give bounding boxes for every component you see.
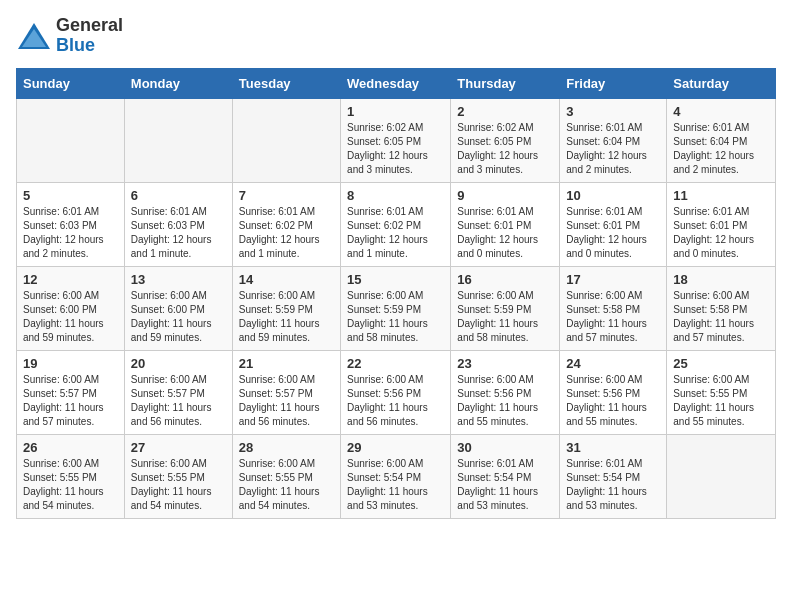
- day-number: 28: [239, 440, 334, 455]
- day-number: 13: [131, 272, 226, 287]
- day-info: Sunrise: 6:02 AM Sunset: 6:05 PM Dayligh…: [347, 121, 444, 177]
- calendar-week-row: 5Sunrise: 6:01 AM Sunset: 6:03 PM Daylig…: [17, 182, 776, 266]
- calendar-day-header: Wednesday: [341, 68, 451, 98]
- day-number: 2: [457, 104, 553, 119]
- calendar-cell: 17Sunrise: 6:00 AM Sunset: 5:58 PM Dayli…: [560, 266, 667, 350]
- day-number: 22: [347, 356, 444, 371]
- logo-text: General Blue: [56, 16, 123, 56]
- day-info: Sunrise: 6:00 AM Sunset: 5:58 PM Dayligh…: [673, 289, 769, 345]
- calendar-cell: 8Sunrise: 6:01 AM Sunset: 6:02 PM Daylig…: [341, 182, 451, 266]
- calendar-cell: 18Sunrise: 6:00 AM Sunset: 5:58 PM Dayli…: [667, 266, 776, 350]
- calendar-day-header: Thursday: [451, 68, 560, 98]
- calendar-cell: 13Sunrise: 6:00 AM Sunset: 6:00 PM Dayli…: [124, 266, 232, 350]
- day-number: 14: [239, 272, 334, 287]
- calendar-cell: 3Sunrise: 6:01 AM Sunset: 6:04 PM Daylig…: [560, 98, 667, 182]
- calendar-cell: 16Sunrise: 6:00 AM Sunset: 5:59 PM Dayli…: [451, 266, 560, 350]
- calendar-table: SundayMondayTuesdayWednesdayThursdayFrid…: [16, 68, 776, 519]
- calendar-cell: 6Sunrise: 6:01 AM Sunset: 6:03 PM Daylig…: [124, 182, 232, 266]
- day-info: Sunrise: 6:00 AM Sunset: 5:57 PM Dayligh…: [131, 373, 226, 429]
- day-info: Sunrise: 6:00 AM Sunset: 5:59 PM Dayligh…: [457, 289, 553, 345]
- calendar-cell: 9Sunrise: 6:01 AM Sunset: 6:01 PM Daylig…: [451, 182, 560, 266]
- calendar-cell: 30Sunrise: 6:01 AM Sunset: 5:54 PM Dayli…: [451, 434, 560, 518]
- calendar-day-header: Monday: [124, 68, 232, 98]
- day-info: Sunrise: 6:00 AM Sunset: 5:58 PM Dayligh…: [566, 289, 660, 345]
- calendar-cell: 22Sunrise: 6:00 AM Sunset: 5:56 PM Dayli…: [341, 350, 451, 434]
- day-info: Sunrise: 6:00 AM Sunset: 5:55 PM Dayligh…: [131, 457, 226, 513]
- day-number: 5: [23, 188, 118, 203]
- calendar-cell: [232, 98, 340, 182]
- day-number: 23: [457, 356, 553, 371]
- day-info: Sunrise: 6:00 AM Sunset: 6:00 PM Dayligh…: [23, 289, 118, 345]
- day-info: Sunrise: 6:00 AM Sunset: 5:57 PM Dayligh…: [239, 373, 334, 429]
- day-info: Sunrise: 6:00 AM Sunset: 5:59 PM Dayligh…: [347, 289, 444, 345]
- day-number: 27: [131, 440, 226, 455]
- logo-blue: Blue: [56, 35, 95, 55]
- day-info: Sunrise: 6:00 AM Sunset: 5:55 PM Dayligh…: [673, 373, 769, 429]
- day-info: Sunrise: 6:01 AM Sunset: 6:02 PM Dayligh…: [347, 205, 444, 261]
- calendar-cell: 31Sunrise: 6:01 AM Sunset: 5:54 PM Dayli…: [560, 434, 667, 518]
- calendar-day-header: Friday: [560, 68, 667, 98]
- calendar-cell: 1Sunrise: 6:02 AM Sunset: 6:05 PM Daylig…: [341, 98, 451, 182]
- day-info: Sunrise: 6:00 AM Sunset: 6:00 PM Dayligh…: [131, 289, 226, 345]
- day-number: 17: [566, 272, 660, 287]
- day-number: 24: [566, 356, 660, 371]
- day-number: 21: [239, 356, 334, 371]
- day-info: Sunrise: 6:00 AM Sunset: 5:59 PM Dayligh…: [239, 289, 334, 345]
- day-number: 19: [23, 356, 118, 371]
- calendar-cell: 26Sunrise: 6:00 AM Sunset: 5:55 PM Dayli…: [17, 434, 125, 518]
- day-info: Sunrise: 6:00 AM Sunset: 5:55 PM Dayligh…: [23, 457, 118, 513]
- day-info: Sunrise: 6:01 AM Sunset: 6:02 PM Dayligh…: [239, 205, 334, 261]
- day-info: Sunrise: 6:01 AM Sunset: 5:54 PM Dayligh…: [457, 457, 553, 513]
- day-number: 7: [239, 188, 334, 203]
- day-number: 26: [23, 440, 118, 455]
- day-info: Sunrise: 6:00 AM Sunset: 5:57 PM Dayligh…: [23, 373, 118, 429]
- calendar-cell: 23Sunrise: 6:00 AM Sunset: 5:56 PM Dayli…: [451, 350, 560, 434]
- day-number: 8: [347, 188, 444, 203]
- day-number: 25: [673, 356, 769, 371]
- day-info: Sunrise: 6:00 AM Sunset: 5:55 PM Dayligh…: [239, 457, 334, 513]
- calendar-cell: 19Sunrise: 6:00 AM Sunset: 5:57 PM Dayli…: [17, 350, 125, 434]
- day-number: 9: [457, 188, 553, 203]
- calendar-cell: 20Sunrise: 6:00 AM Sunset: 5:57 PM Dayli…: [124, 350, 232, 434]
- day-info: Sunrise: 6:01 AM Sunset: 5:54 PM Dayligh…: [566, 457, 660, 513]
- calendar-day-header: Sunday: [17, 68, 125, 98]
- day-info: Sunrise: 6:00 AM Sunset: 5:56 PM Dayligh…: [347, 373, 444, 429]
- calendar-cell: [17, 98, 125, 182]
- day-number: 10: [566, 188, 660, 203]
- day-number: 11: [673, 188, 769, 203]
- calendar-week-row: 1Sunrise: 6:02 AM Sunset: 6:05 PM Daylig…: [17, 98, 776, 182]
- calendar-cell: 15Sunrise: 6:00 AM Sunset: 5:59 PM Dayli…: [341, 266, 451, 350]
- day-number: 6: [131, 188, 226, 203]
- day-info: Sunrise: 6:01 AM Sunset: 6:04 PM Dayligh…: [673, 121, 769, 177]
- day-info: Sunrise: 6:01 AM Sunset: 6:01 PM Dayligh…: [457, 205, 553, 261]
- calendar-cell: [124, 98, 232, 182]
- calendar-cell: 7Sunrise: 6:01 AM Sunset: 6:02 PM Daylig…: [232, 182, 340, 266]
- calendar-cell: 2Sunrise: 6:02 AM Sunset: 6:05 PM Daylig…: [451, 98, 560, 182]
- day-number: 3: [566, 104, 660, 119]
- calendar-cell: 28Sunrise: 6:00 AM Sunset: 5:55 PM Dayli…: [232, 434, 340, 518]
- day-info: Sunrise: 6:01 AM Sunset: 6:04 PM Dayligh…: [566, 121, 660, 177]
- calendar-day-header: Tuesday: [232, 68, 340, 98]
- calendar-cell: 11Sunrise: 6:01 AM Sunset: 6:01 PM Dayli…: [667, 182, 776, 266]
- logo: General Blue: [16, 16, 123, 56]
- day-info: Sunrise: 6:00 AM Sunset: 5:56 PM Dayligh…: [566, 373, 660, 429]
- day-info: Sunrise: 6:01 AM Sunset: 6:03 PM Dayligh…: [23, 205, 118, 261]
- day-number: 30: [457, 440, 553, 455]
- day-info: Sunrise: 6:00 AM Sunset: 5:56 PM Dayligh…: [457, 373, 553, 429]
- logo-general: General: [56, 15, 123, 35]
- day-info: Sunrise: 6:00 AM Sunset: 5:54 PM Dayligh…: [347, 457, 444, 513]
- calendar-cell: 21Sunrise: 6:00 AM Sunset: 5:57 PM Dayli…: [232, 350, 340, 434]
- calendar-cell: 12Sunrise: 6:00 AM Sunset: 6:00 PM Dayli…: [17, 266, 125, 350]
- day-number: 1: [347, 104, 444, 119]
- logo-icon: [16, 21, 52, 51]
- calendar-cell: 25Sunrise: 6:00 AM Sunset: 5:55 PM Dayli…: [667, 350, 776, 434]
- day-number: 15: [347, 272, 444, 287]
- day-info: Sunrise: 6:01 AM Sunset: 6:01 PM Dayligh…: [673, 205, 769, 261]
- calendar-cell: 4Sunrise: 6:01 AM Sunset: 6:04 PM Daylig…: [667, 98, 776, 182]
- calendar-week-row: 26Sunrise: 6:00 AM Sunset: 5:55 PM Dayli…: [17, 434, 776, 518]
- day-info: Sunrise: 6:01 AM Sunset: 6:01 PM Dayligh…: [566, 205, 660, 261]
- day-number: 16: [457, 272, 553, 287]
- day-info: Sunrise: 6:01 AM Sunset: 6:03 PM Dayligh…: [131, 205, 226, 261]
- calendar-cell: 14Sunrise: 6:00 AM Sunset: 5:59 PM Dayli…: [232, 266, 340, 350]
- calendar-cell: 5Sunrise: 6:01 AM Sunset: 6:03 PM Daylig…: [17, 182, 125, 266]
